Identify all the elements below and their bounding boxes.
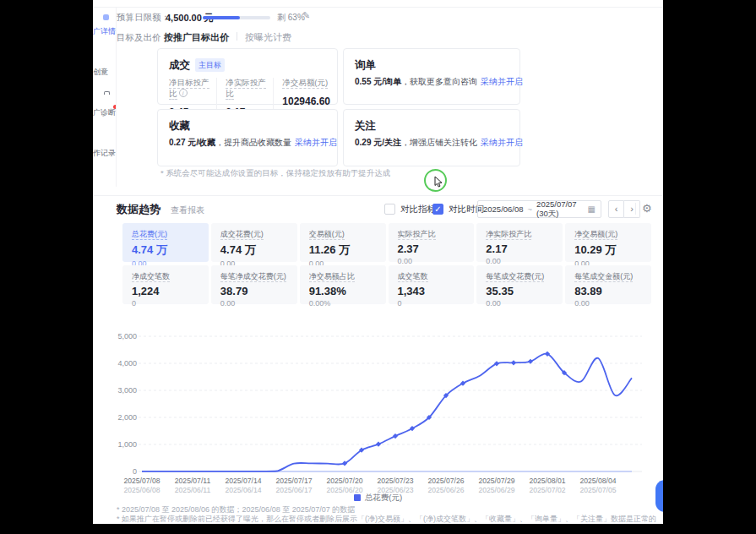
metric-cell[interactable]: 实际投产比 2.37 0.00 (389, 223, 475, 262)
goal-card-inquiry[interactable]: 询单 0.55 元/询单，获取更多意向咨询采纳并开启 (343, 48, 520, 105)
sidebar-item-creative[interactable]: 创意 (93, 52, 117, 86)
metric-cell-label: 实际投产比 (398, 230, 436, 240)
mouse-cursor-icon (434, 177, 443, 188)
spend-trend-chart[interactable]: 01,0002,0003,0004,0005,0002025/07/082025… (117, 328, 657, 497)
metric-cell-label: 交易额(元) (309, 230, 345, 240)
metric-cell-compare-value: 0.00 (486, 299, 553, 308)
bidding-label: 目标及出价： (117, 32, 170, 44)
metric-cell[interactable]: 净交易额占比 91.38% 0.00% (300, 265, 386, 304)
goal-card-deal[interactable]: 成交 主目标 净目标投产比i 2.45 ✎ 净实际投产比 2.17 净交易额(元… (157, 48, 338, 105)
metric-cell[interactable]: 净成交笔数 1,224 0 (122, 265, 209, 304)
svg-text:2025/07/14: 2025/07/14 (225, 477, 261, 485)
tab-bid-by-goal[interactable]: 按推广目标出价 (164, 31, 229, 44)
svg-text:0: 0 (133, 467, 137, 476)
sidebar-item-history[interactable]: 作记录 (93, 134, 117, 167)
settings-gear-icon[interactable]: ⚙ (642, 202, 652, 215)
history-clock-icon (101, 134, 112, 145)
svg-text:2,000: 2,000 (117, 413, 137, 422)
diagnosis-icon (101, 93, 112, 105)
sidebar-item-label: 广详情 (93, 26, 116, 37)
metric-cell[interactable]: 净交易额(元) 10.29 万 0.00 (565, 223, 651, 262)
sidebar: 广详情 创意 广诊断 作记录 (93, 8, 117, 187)
legend-swatch-icon (354, 494, 361, 501)
metric-cell[interactable]: 交易额(元) 11.26 万 0.00 (300, 223, 386, 262)
legend-label: 总花费(元) (365, 493, 402, 502)
metric-cell-value: 83.89 (574, 285, 642, 297)
suggestion-rate: 0.55 元/询单 (355, 77, 401, 86)
adopt-enable-link[interactable]: 采纳并开启 (481, 77, 523, 86)
sidebar-item-detail[interactable]: 广详情 (93, 12, 117, 46)
info-icon[interactable]: i (179, 89, 188, 97)
metric-cell-compare-value: 0 (398, 299, 465, 308)
goal-card-title: 关注 (355, 119, 376, 134)
budget-edit-icon[interactable]: ✎ (302, 10, 310, 21)
svg-text:2025/07/23: 2025/07/23 (377, 477, 413, 485)
svg-text:2025/07/11: 2025/07/11 (175, 477, 211, 485)
date-start: 2025/06/08 (483, 204, 524, 214)
metric-cell[interactable]: 成交花费(元) 4.74 万 0.00 (211, 223, 297, 262)
goals-footnote: * 系统会尽可能达成你设置的目标，保持稳定投放有助于提升达成 (160, 168, 390, 179)
svg-text:3,000: 3,000 (117, 386, 137, 395)
svg-text:2025/07/17: 2025/07/17 (275, 477, 312, 485)
tab-bid-by-exposure[interactable]: 按曝光计费 (245, 31, 291, 44)
metric-cell[interactable]: 总花费(元) 4.74 万 0.00 (122, 223, 209, 262)
metric-cell-compare-value: 0.00 (398, 257, 465, 265)
sidebar-item-label: 创意 (93, 67, 108, 78)
metric-cell-label: 净成交笔数 (132, 272, 170, 282)
metric-cell-label: 净交易额(元) (574, 230, 617, 240)
metric-cell[interactable]: 每笔成交花费(元) 35.35 0.00 (476, 265, 563, 304)
adopt-enable-link[interactable]: 采纳并开启 (481, 138, 523, 147)
metric-cell-label: 每笔成交金额(元) (574, 272, 633, 282)
metric-cell-label: 总花费(元) (132, 230, 167, 240)
metric-label: 净交易额(元) (282, 78, 328, 89)
metric-cell[interactable]: 成交笔数 1,343 0 (389, 265, 475, 304)
metric-cell-compare-value: 0.00 (574, 299, 642, 308)
metric-label: 净实际投产比 (226, 78, 266, 100)
metric-cell-compare-value: 0.00% (309, 299, 377, 308)
creative-icon (101, 52, 112, 64)
metric-cell[interactable]: 净实际投产比 2.17 0.00 (476, 223, 563, 262)
suggestion-rate: 0.29 元/关注 (355, 138, 401, 147)
budget-slider[interactable] (203, 16, 270, 19)
goal-card-favorite[interactable]: 收藏 0.27 元/收藏，提升商品收藏数量采纳并开启 (157, 109, 338, 166)
date-separator: ~ (528, 204, 533, 214)
metric-cell[interactable]: 每笔成交金额(元) 83.89 0.00 (565, 265, 651, 304)
compare-metric-checkbox[interactable] (384, 204, 395, 215)
goal-card-title: 询单 (355, 58, 376, 73)
metric-cell-value: 35.35 (486, 285, 553, 297)
promotion-detail-icon (101, 12, 112, 24)
metric-cell[interactable]: 每笔净成交花费(元) 38.79 0.00 (211, 265, 297, 304)
trend-metric-cells: 总花费(元) 4.74 万 0.00 成交花费(元) 4.74 万 0.00 交… (122, 223, 651, 304)
screen: 广详情 创意 广诊断 作记录 预算日限额： 4,500.00 元 剩 63% ✎… (0, 0, 756, 534)
metric-value: 102946.60 (282, 95, 330, 107)
view-report-link[interactable]: 查看报表 (171, 204, 204, 216)
svg-text:2025/07/26: 2025/07/26 (427, 477, 464, 485)
svg-text:2025/07/20: 2025/07/20 (326, 477, 362, 485)
compare-metric-label: 对比指标 (400, 204, 436, 215)
metric-cell-value: 4.74 万 (220, 242, 288, 258)
metric-cell-compare-value: 0 (132, 299, 199, 308)
svg-text:5,000: 5,000 (117, 332, 137, 341)
chart-legend: 总花费(元) (93, 493, 663, 504)
metric-cell-label: 净交易额占比 (309, 272, 355, 282)
main-panel: 广详情 创意 广诊断 作记录 预算日限额： 4,500.00 元 剩 63% ✎… (93, 0, 663, 524)
metric-cell-value: 38.79 (220, 285, 288, 297)
adopt-enable-link[interactable]: 采纳并开启 (295, 138, 337, 147)
chart-footnote-2: * 如果推广在暂停或删除前已经获得了曝光，那么在暂停或者删除后展示「(净)交易额… (117, 514, 656, 524)
goal-card-title: 成交 (169, 58, 190, 73)
metric-cell-compare-value: 0.00 (486, 257, 553, 265)
date-range-picker[interactable]: 2025/06/08 ~ 2025/07/07 (30天) ▦ (477, 200, 601, 218)
metric-cell-label: 每笔成交花费(元) (486, 272, 544, 282)
main-goal-badge: 主目标 (195, 58, 225, 72)
budget-label: 预算日限额： (117, 12, 170, 24)
next-period-button[interactable]: › (624, 200, 640, 218)
goal-card-follow[interactable]: 关注 0.29 元/关注，增强店铺关注转化采纳并开启 (343, 109, 520, 166)
sidebar-item-diagnosis[interactable]: 广诊断 (93, 93, 117, 127)
floating-side-button[interactable] (655, 480, 663, 512)
trend-section-title: 数据趋势 (117, 202, 160, 217)
compare-time-checkbox[interactable]: ✓ (432, 204, 443, 215)
metric-cell-value: 1,343 (398, 285, 465, 297)
metric-cell-label: 每笔净成交花费(元) (220, 272, 286, 282)
svg-text:2025/08/04: 2025/08/04 (579, 477, 616, 485)
prev-period-button[interactable]: ‹ (608, 200, 624, 218)
